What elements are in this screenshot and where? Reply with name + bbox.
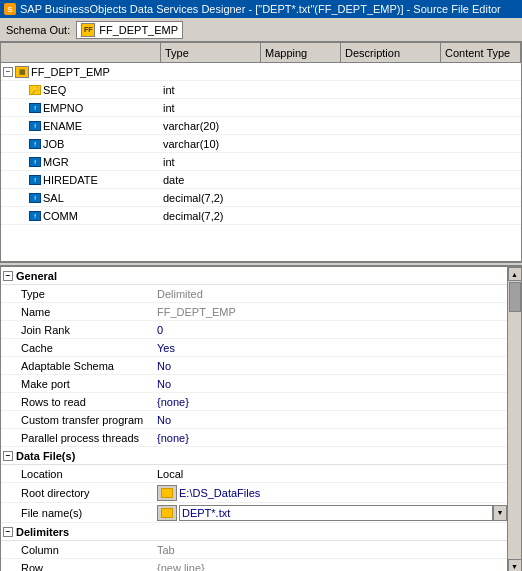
field-name: JOB [43, 138, 64, 150]
field-name: COMM [43, 210, 78, 222]
prop-label: Type [17, 288, 157, 300]
field-type: int [161, 156, 261, 168]
tree-field-row[interactable]: f SAL decimal(7,2) [1, 189, 521, 207]
field-rows: 🔑 SEQ int f EMPNO int f ENAME varchar(20… [1, 81, 521, 225]
prop-label: Make port [17, 378, 157, 390]
col-mapping: Mapping [261, 43, 341, 62]
field-name: MGR [43, 156, 69, 168]
general-props: Type Delimited Name FF_DEPT_EMP Join Ran… [1, 285, 507, 447]
tree-field-row[interactable]: 🔑 SEQ int [1, 81, 521, 99]
scroll-up-btn[interactable]: ▲ [508, 267, 522, 281]
prop-value: Tab [157, 544, 507, 556]
field-icon: f [29, 175, 41, 185]
prop-row-file: File name(s) DEPT*.txt ▼ [1, 503, 507, 523]
prop-row: Make port No [1, 375, 507, 393]
section-datafiles: − Data File(s) [1, 447, 507, 465]
file-browse-btn[interactable] [157, 505, 177, 521]
prop-row: Column Tab [1, 541, 507, 559]
prop-label: Custom transfer program [17, 414, 157, 426]
filename-input[interactable]: DEPT*.txt [179, 505, 493, 521]
prop-row: Join Rank 0 [1, 321, 507, 339]
prop-value: {new line} [157, 562, 507, 572]
field-icon: f [29, 103, 41, 113]
scroll-thumb[interactable] [509, 282, 521, 312]
folder-icon [161, 508, 173, 518]
prop-label: File name(s) [17, 507, 157, 519]
field-icon: f [29, 121, 41, 131]
prop-value: No [157, 414, 507, 426]
properties-panel: − General Type Delimited Name FF_DEPT_EM… [0, 266, 522, 571]
prop-value: No [157, 360, 507, 372]
col-type: Type [161, 43, 261, 62]
prop-label: Rows to read [17, 396, 157, 408]
tree-field-row[interactable]: f COMM decimal(7,2) [1, 207, 521, 225]
scroll-track [508, 281, 521, 559]
tree-root-row[interactable]: − ▦ FF_DEPT_EMP [1, 63, 521, 81]
datafiles-props: Location Local Root directory E:\DS_Data… [1, 465, 507, 523]
prop-row: Name FF_DEPT_EMP [1, 303, 507, 321]
field-type: varchar(20) [161, 120, 261, 132]
schema-out-value: FF FF_DEPT_EMP [76, 21, 183, 39]
field-icon: f [29, 157, 41, 167]
prop-value: {none} [157, 396, 507, 408]
field-icon: f [29, 193, 41, 203]
field-name: ENAME [43, 120, 82, 132]
prop-label: Name [17, 306, 157, 318]
prop-row: Type Delimited [1, 285, 507, 303]
dropdown-arrow[interactable]: ▼ [493, 505, 507, 521]
collapse-general[interactable]: − [3, 271, 13, 281]
prop-row: Row {new line} [1, 559, 507, 571]
properties-area: − General Type Delimited Name FF_DEPT_EM… [1, 267, 507, 571]
prop-row: Parallel process threads {none} [1, 429, 507, 447]
prop-value: 0 [157, 324, 507, 336]
table-icon: ▦ [15, 66, 29, 78]
prop-value: Delimited [157, 288, 507, 300]
section-datafiles-label: Data File(s) [16, 450, 75, 462]
tree-field-row[interactable]: f MGR int [1, 153, 521, 171]
prop-label: Join Rank [17, 324, 157, 336]
title-bar: S SAP BusinessObjects Data Services Desi… [0, 0, 522, 18]
tree-field-row[interactable]: f EMPNO int [1, 99, 521, 117]
prop-label: Location [17, 468, 157, 480]
file-browse-btn[interactable] [157, 485, 177, 501]
collapse-datafiles[interactable]: − [3, 451, 13, 461]
field-name: SEQ [43, 84, 66, 96]
prop-value: FF_DEPT_EMP [157, 306, 507, 318]
col-name [1, 43, 161, 62]
schema-bar: Schema Out: FF FF_DEPT_EMP [0, 18, 522, 42]
field-type: int [161, 84, 261, 96]
root-name: FF_DEPT_EMP [31, 66, 110, 78]
delimiters-props: Column Tab Row {new line} Row within tex… [1, 541, 507, 571]
schema-out-label: Schema Out: [6, 24, 70, 36]
prop-row: Cache Yes [1, 339, 507, 357]
section-general: − General [1, 267, 507, 285]
schema-name: FF_DEPT_EMP [99, 24, 178, 36]
scrollbar[interactable]: ▲ ▼ [507, 267, 521, 571]
scroll-down-btn[interactable]: ▼ [508, 559, 522, 571]
folder-icon [161, 488, 173, 498]
field-type: int [161, 102, 261, 114]
key-icon: 🔑 [29, 85, 41, 95]
section-delimiters-label: Delimiters [16, 526, 69, 538]
field-name: EMPNO [43, 102, 83, 114]
expand-icon[interactable]: − [3, 67, 13, 77]
title-text: SAP BusinessObjects Data Services Design… [20, 3, 501, 15]
prop-row-file: Root directory E:\DS_DataFiles [1, 483, 507, 503]
prop-label: Cache [17, 342, 157, 354]
tree-field-row[interactable]: f JOB varchar(10) [1, 135, 521, 153]
field-type: decimal(7,2) [161, 192, 261, 204]
prop-label: Root directory [17, 487, 157, 499]
prop-value: E:\DS_DataFiles [179, 487, 507, 499]
prop-value: No [157, 378, 507, 390]
tree-field-row[interactable]: f HIREDATE date [1, 171, 521, 189]
schema-icon: FF [81, 23, 95, 37]
collapse-delimiters[interactable]: − [3, 527, 13, 537]
tree-area: − ▦ FF_DEPT_EMP 🔑 SEQ int f EMPNO int [1, 63, 521, 261]
prop-value: {none} [157, 432, 507, 444]
prop-row: Adaptable Schema No [1, 357, 507, 375]
field-name: SAL [43, 192, 64, 204]
field-type: varchar(10) [161, 138, 261, 150]
field-name: HIREDATE [43, 174, 98, 186]
col-content: Content Type [441, 43, 521, 62]
tree-field-row[interactable]: f ENAME varchar(20) [1, 117, 521, 135]
